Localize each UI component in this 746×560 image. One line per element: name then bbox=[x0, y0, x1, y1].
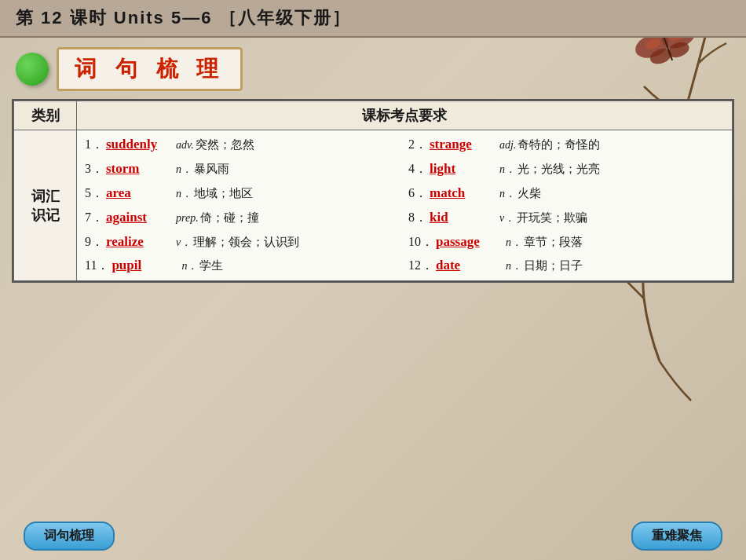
vocab-num: 2． bbox=[408, 134, 427, 155]
vocab-def: 地域；地区 bbox=[194, 184, 253, 204]
vocab-num: 1． bbox=[85, 134, 104, 155]
vocab-pos: v． bbox=[499, 209, 515, 228]
vocab-word: kid bbox=[430, 207, 496, 229]
vocab-def: 火柴 bbox=[517, 184, 541, 204]
vocab-word: passage bbox=[436, 231, 503, 254]
vocab-pos: n． bbox=[499, 185, 516, 203]
vocab-item: 9．realizev． 理解；领会；认识到 bbox=[85, 231, 400, 254]
left-nav-button[interactable]: 词句梳理 bbox=[24, 522, 115, 551]
section-title-area: 词 句 梳 理 bbox=[16, 47, 730, 91]
category-label: 词汇识记 bbox=[31, 188, 60, 223]
vocab-item: 2．strangeadj. 奇特的；奇怪的 bbox=[408, 134, 724, 156]
vocab-pos: n． bbox=[506, 233, 522, 252]
vocab-def: 日期；日子 bbox=[524, 256, 583, 276]
vocab-item: 7．againstprep. 倚；碰；撞 bbox=[85, 207, 400, 229]
main-table-wrapper: 类别 课标考点要求 词汇识记 1．suddenlyadv. 突然；忽然2．str… bbox=[12, 99, 734, 283]
vocab-def: 倚；碰；撞 bbox=[200, 208, 259, 229]
vocab-item: 1．suddenlyadv. 突然；忽然 bbox=[85, 134, 400, 156]
vocab-num: 12． bbox=[408, 254, 433, 276]
vocab-item: 4．lightn． 光；光线；光亮 bbox=[408, 158, 724, 181]
bottom-nav: 词句梳理 重难聚焦 bbox=[0, 522, 746, 551]
vocab-pos: adv. bbox=[176, 136, 194, 155]
vocab-def: 章节；段落 bbox=[524, 232, 583, 253]
vocab-def: 光；光线；光亮 bbox=[517, 159, 600, 180]
vocab-item: 5．arean． 地域；地区 bbox=[85, 182, 400, 205]
vocab-pos: adj. bbox=[499, 136, 516, 155]
vocab-def: 开玩笑；欺骗 bbox=[517, 208, 587, 229]
vocab-word: suddenly bbox=[106, 134, 173, 156]
vocab-table: 类别 课标考点要求 词汇识记 1．suddenlyadv. 突然；忽然2．str… bbox=[13, 101, 733, 281]
vocab-word: storm bbox=[106, 158, 173, 181]
vocab-num: 8． bbox=[408, 207, 427, 228]
vocab-word: strange bbox=[430, 134, 496, 156]
vocab-content-cell: 1．suddenlyadv. 突然；忽然2．strangeadj. 奇特的；奇怪… bbox=[77, 130, 733, 281]
vocab-num: 5． bbox=[85, 182, 104, 203]
vocab-word: match bbox=[430, 182, 496, 205]
vocab-pos: n． bbox=[181, 257, 198, 276]
vocab-item: 8．kidv． 开玩笑；欺骗 bbox=[408, 207, 724, 229]
vocab-num: 10． bbox=[408, 231, 433, 252]
col-category-header: 类别 bbox=[14, 101, 77, 130]
vocab-word: date bbox=[436, 254, 503, 277]
vocab-item: 6．matchn． 火柴 bbox=[408, 182, 724, 205]
vocab-pos: prep. bbox=[176, 209, 199, 228]
category-cell: 词汇识记 bbox=[14, 130, 77, 281]
vocab-item: 12．daten． 日期；日子 bbox=[408, 254, 724, 277]
vocab-pos: n． bbox=[176, 185, 192, 203]
vocab-def: 学生 bbox=[199, 256, 223, 276]
vocab-item: 10．passagen． 章节；段落 bbox=[408, 231, 724, 254]
vocab-num: 11． bbox=[85, 254, 109, 276]
vocab-item: 11．pupiln． 学生 bbox=[85, 254, 400, 277]
vocab-grid: 1．suddenlyadv. 突然；忽然2．strangeadj. 奇特的；奇怪… bbox=[85, 134, 724, 277]
vocab-word: against bbox=[106, 207, 173, 229]
green-circle-icon bbox=[16, 53, 49, 86]
vocab-pos: n． bbox=[506, 257, 522, 276]
vocab-def: 暴风雨 bbox=[194, 159, 229, 180]
vocab-word: light bbox=[430, 158, 496, 181]
right-nav-button[interactable]: 重难聚焦 bbox=[631, 522, 722, 551]
vocab-word: area bbox=[106, 182, 173, 205]
vocab-num: 7． bbox=[85, 207, 104, 228]
header-title: 第 12 课时 Units 5—6 ［八年级下册］ bbox=[16, 6, 351, 30]
vocab-num: 9． bbox=[85, 231, 104, 252]
vocab-word: pupil bbox=[112, 254, 178, 277]
section-title-text: 词 句 梳 理 bbox=[75, 57, 225, 81]
vocab-pos: n． bbox=[499, 160, 516, 179]
col-content-header: 课标考点要求 bbox=[77, 101, 733, 130]
vocab-num: 3． bbox=[85, 158, 104, 179]
vocab-def: 理解；领会；认识到 bbox=[193, 232, 299, 253]
header: 第 12 课时 Units 5—6 ［八年级下册］ bbox=[0, 0, 746, 38]
section-title-box: 词 句 梳 理 bbox=[57, 47, 243, 91]
vocab-word: realize bbox=[106, 231, 173, 254]
vocab-num: 6． bbox=[408, 182, 427, 203]
vocab-num: 4． bbox=[408, 158, 427, 179]
vocab-def: 突然；忽然 bbox=[196, 135, 254, 156]
vocab-pos: n． bbox=[176, 160, 192, 179]
vocab-def: 奇特的；奇怪的 bbox=[517, 135, 600, 156]
vocab-pos: v． bbox=[176, 233, 192, 252]
vocab-item: 3．stormn． 暴风雨 bbox=[85, 158, 400, 181]
